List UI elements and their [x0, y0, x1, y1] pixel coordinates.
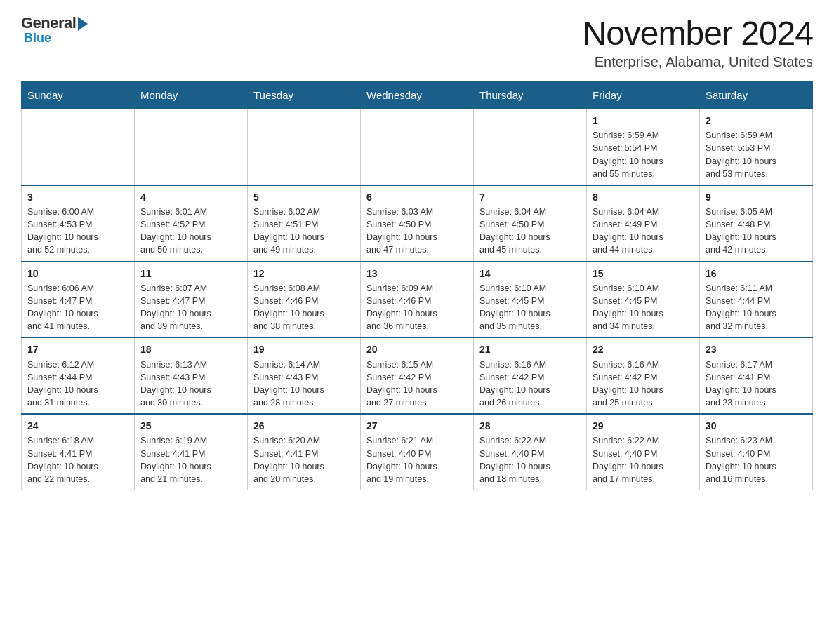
calendar-week-row-1: 1Sunrise: 6:59 AM Sunset: 5:54 PM Daylig…: [22, 109, 813, 185]
calendar-cell: 3Sunrise: 6:00 AM Sunset: 4:53 PM Daylig…: [22, 185, 135, 262]
day-info: Sunrise: 6:59 AM Sunset: 5:53 PM Dayligh…: [706, 129, 807, 180]
calendar-cell: 26Sunrise: 6:20 AM Sunset: 4:41 PM Dayli…: [248, 414, 361, 490]
calendar-cell: 4Sunrise: 6:01 AM Sunset: 4:52 PM Daylig…: [135, 185, 248, 262]
calendar-cell: 5Sunrise: 6:02 AM Sunset: 4:51 PM Daylig…: [248, 185, 361, 262]
page-subtitle: Enterprise, Alabama, United States: [582, 54, 813, 70]
day-number: 10: [27, 267, 128, 281]
day-number: 12: [253, 267, 355, 281]
calendar-header-row: SundayMondayTuesdayWednesdayThursdayFrid…: [22, 82, 813, 109]
calendar-cell: 1Sunrise: 6:59 AM Sunset: 5:54 PM Daylig…: [587, 109, 700, 185]
day-info: Sunrise: 6:21 AM Sunset: 4:40 PM Dayligh…: [366, 434, 468, 485]
logo-blue-text: Blue: [24, 31, 51, 46]
day-info: Sunrise: 6:02 AM Sunset: 4:51 PM Dayligh…: [253, 206, 355, 257]
day-info: Sunrise: 6:18 AM Sunset: 4:41 PM Dayligh…: [27, 434, 128, 485]
day-info: Sunrise: 6:07 AM Sunset: 4:47 PM Dayligh…: [140, 282, 241, 333]
day-info: Sunrise: 6:23 AM Sunset: 4:40 PM Dayligh…: [706, 434, 807, 485]
day-number: 4: [140, 190, 241, 204]
day-info: Sunrise: 6:10 AM Sunset: 4:45 PM Dayligh…: [479, 282, 581, 333]
day-number: 25: [140, 419, 241, 433]
day-info: Sunrise: 6:20 AM Sunset: 4:41 PM Dayligh…: [253, 434, 355, 485]
calendar-cell: [361, 109, 474, 185]
day-number: 29: [593, 419, 694, 433]
day-info: Sunrise: 6:11 AM Sunset: 4:44 PM Dayligh…: [706, 282, 807, 333]
day-number: 15: [593, 267, 694, 281]
calendar-cell: 17Sunrise: 6:12 AM Sunset: 4:44 PM Dayli…: [22, 337, 135, 414]
calendar-cell: 16Sunrise: 6:11 AM Sunset: 4:44 PM Dayli…: [700, 262, 813, 338]
calendar-week-row-5: 24Sunrise: 6:18 AM Sunset: 4:41 PM Dayli…: [22, 414, 813, 490]
day-info: Sunrise: 6:16 AM Sunset: 4:42 PM Dayligh…: [593, 358, 694, 410]
day-number: 2: [706, 114, 807, 128]
day-number: 18: [140, 342, 241, 356]
day-info: Sunrise: 6:05 AM Sunset: 4:48 PM Dayligh…: [706, 206, 807, 257]
day-info: Sunrise: 6:14 AM Sunset: 4:43 PM Dayligh…: [253, 358, 355, 410]
calendar-week-row-4: 17Sunrise: 6:12 AM Sunset: 4:44 PM Dayli…: [22, 337, 813, 414]
day-info: Sunrise: 6:06 AM Sunset: 4:47 PM Dayligh…: [27, 282, 128, 333]
calendar-cell: 2Sunrise: 6:59 AM Sunset: 5:53 PM Daylig…: [700, 109, 813, 185]
calendar-day-header-monday: Monday: [135, 82, 248, 109]
logo-arrow-icon: [78, 17, 88, 31]
day-number: 14: [479, 267, 581, 281]
calendar-week-row-3: 10Sunrise: 6:06 AM Sunset: 4:47 PM Dayli…: [22, 262, 813, 338]
calendar-cell: 25Sunrise: 6:19 AM Sunset: 4:41 PM Dayli…: [135, 414, 248, 490]
logo-general-text: General: [21, 14, 76, 32]
logo: General Blue: [21, 14, 88, 46]
calendar-cell: 13Sunrise: 6:09 AM Sunset: 4:46 PM Dayli…: [361, 262, 474, 338]
calendar-cell: 20Sunrise: 6:15 AM Sunset: 4:42 PM Dayli…: [361, 337, 474, 414]
day-number: 17: [27, 342, 128, 356]
day-number: 9: [706, 190, 807, 204]
calendar-day-header-thursday: Thursday: [474, 82, 587, 109]
day-number: 26: [253, 419, 355, 433]
calendar-cell: 15Sunrise: 6:10 AM Sunset: 4:45 PM Dayli…: [587, 262, 700, 338]
title-block: November 2024 Enterprise, Alabama, Unite…: [582, 14, 813, 70]
day-number: 27: [366, 419, 468, 433]
calendar-cell: 23Sunrise: 6:17 AM Sunset: 4:41 PM Dayli…: [700, 337, 813, 414]
day-number: 8: [593, 190, 694, 204]
day-info: Sunrise: 6:15 AM Sunset: 4:42 PM Dayligh…: [366, 358, 468, 410]
day-info: Sunrise: 6:17 AM Sunset: 4:41 PM Dayligh…: [706, 358, 807, 410]
page-title: November 2024: [582, 14, 813, 53]
calendar-cell: 21Sunrise: 6:16 AM Sunset: 4:42 PM Dayli…: [474, 337, 587, 414]
day-number: 19: [253, 342, 355, 356]
day-info: Sunrise: 6:04 AM Sunset: 4:50 PM Dayligh…: [479, 206, 581, 257]
calendar-week-row-2: 3Sunrise: 6:00 AM Sunset: 4:53 PM Daylig…: [22, 185, 813, 262]
calendar-cell: 22Sunrise: 6:16 AM Sunset: 4:42 PM Dayli…: [587, 337, 700, 414]
page-header: General Blue November 2024 Enterprise, A…: [21, 14, 813, 70]
calendar-cell: 6Sunrise: 6:03 AM Sunset: 4:50 PM Daylig…: [361, 185, 474, 262]
day-info: Sunrise: 6:59 AM Sunset: 5:54 PM Dayligh…: [593, 129, 694, 180]
day-number: 20: [366, 342, 468, 356]
calendar-table: SundayMondayTuesdayWednesdayThursdayFrid…: [21, 81, 813, 490]
day-number: 16: [706, 267, 807, 281]
day-info: Sunrise: 6:22 AM Sunset: 4:40 PM Dayligh…: [593, 434, 694, 485]
calendar-cell: 8Sunrise: 6:04 AM Sunset: 4:49 PM Daylig…: [587, 185, 700, 262]
day-info: Sunrise: 6:16 AM Sunset: 4:42 PM Dayligh…: [479, 358, 581, 410]
calendar-cell: 9Sunrise: 6:05 AM Sunset: 4:48 PM Daylig…: [700, 185, 813, 262]
day-info: Sunrise: 6:04 AM Sunset: 4:49 PM Dayligh…: [593, 206, 694, 257]
calendar-cell: 27Sunrise: 6:21 AM Sunset: 4:40 PM Dayli…: [361, 414, 474, 490]
day-info: Sunrise: 6:08 AM Sunset: 4:46 PM Dayligh…: [253, 282, 355, 333]
day-info: Sunrise: 6:00 AM Sunset: 4:53 PM Dayligh…: [27, 206, 128, 257]
calendar-cell: 24Sunrise: 6:18 AM Sunset: 4:41 PM Dayli…: [22, 414, 135, 490]
day-info: Sunrise: 6:03 AM Sunset: 4:50 PM Dayligh…: [366, 206, 468, 257]
calendar-cell: [474, 109, 587, 185]
calendar-cell: 14Sunrise: 6:10 AM Sunset: 4:45 PM Dayli…: [474, 262, 587, 338]
calendar-cell: 18Sunrise: 6:13 AM Sunset: 4:43 PM Dayli…: [135, 337, 248, 414]
day-number: 13: [366, 267, 468, 281]
day-info: Sunrise: 6:22 AM Sunset: 4:40 PM Dayligh…: [479, 434, 581, 485]
calendar-cell: 7Sunrise: 6:04 AM Sunset: 4:50 PM Daylig…: [474, 185, 587, 262]
day-info: Sunrise: 6:10 AM Sunset: 4:45 PM Dayligh…: [593, 282, 694, 333]
day-number: 11: [140, 267, 241, 281]
calendar-cell: 19Sunrise: 6:14 AM Sunset: 4:43 PM Dayli…: [248, 337, 361, 414]
calendar-cell: 11Sunrise: 6:07 AM Sunset: 4:47 PM Dayli…: [135, 262, 248, 338]
day-number: 24: [27, 419, 128, 433]
calendar-day-header-tuesday: Tuesday: [248, 82, 361, 109]
calendar-cell: 12Sunrise: 6:08 AM Sunset: 4:46 PM Dayli…: [248, 262, 361, 338]
calendar-day-header-saturday: Saturday: [700, 82, 813, 109]
day-number: 6: [366, 190, 468, 204]
calendar-cell: 30Sunrise: 6:23 AM Sunset: 4:40 PM Dayli…: [700, 414, 813, 490]
day-info: Sunrise: 6:13 AM Sunset: 4:43 PM Dayligh…: [140, 358, 241, 410]
day-info: Sunrise: 6:09 AM Sunset: 4:46 PM Dayligh…: [366, 282, 468, 333]
calendar-day-header-wednesday: Wednesday: [361, 82, 474, 109]
calendar-day-header-friday: Friday: [587, 82, 700, 109]
day-number: 1: [593, 114, 694, 128]
day-number: 5: [253, 190, 355, 204]
